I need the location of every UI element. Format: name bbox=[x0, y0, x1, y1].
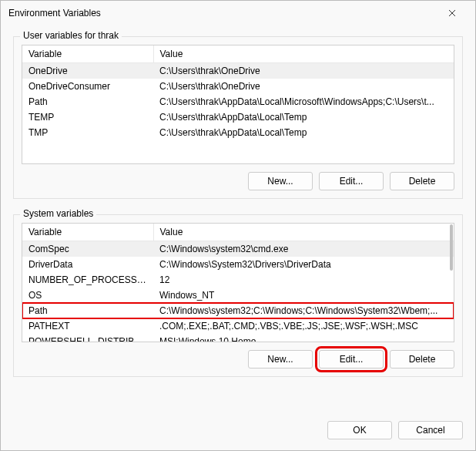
cell-value: Windows_NT bbox=[153, 288, 454, 303]
table-row[interactable]: ComSpec C:\Windows\system32\cmd.exe bbox=[22, 241, 454, 257]
cell-variable: PATHEXT bbox=[22, 318, 153, 334]
cell-variable: Path bbox=[22, 303, 153, 318]
system-button-row: New... Edit... Delete bbox=[22, 350, 454, 369]
dialog-footer: OK Cancel bbox=[1, 413, 475, 450]
titlebar: Environment Variables bbox=[1, 1, 475, 25]
close-icon[interactable] bbox=[437, 2, 468, 24]
table-header-row: Variable Value bbox=[22, 45, 454, 63]
cell-value: .COM;.EXE;.BAT;.CMD;.VBS;.VBE;.JS;.JSE;.… bbox=[153, 318, 454, 334]
cell-value: C:\Windows\system32\cmd.exe bbox=[153, 241, 454, 257]
scrollbar-thumb[interactable] bbox=[450, 224, 453, 271]
table-row[interactable]: TMP C:\Users\thrak\AppData\Local\Temp bbox=[22, 125, 454, 140]
cell-variable: DriverData bbox=[22, 257, 153, 272]
table-row[interactable]: Path C:\Windows\system32;C:\Windows;C:\W… bbox=[22, 303, 454, 318]
window-title: Environment Variables bbox=[8, 8, 437, 19]
table-row[interactable]: OneDriveConsumer C:\Users\thrak\OneDrive bbox=[22, 79, 454, 94]
cell-value: C:\Windows\system32;C:\Windows;C:\Window… bbox=[153, 303, 454, 318]
cell-value: C:\Users\thrak\OneDrive bbox=[153, 79, 454, 94]
col-variable[interactable]: Variable bbox=[22, 224, 153, 241]
user-variables-group: User variables for thrak Variable Value … bbox=[13, 36, 463, 199]
col-variable[interactable]: Variable bbox=[22, 45, 153, 63]
cell-value: C:\Users\thrak\AppData\Local\Microsoft\W… bbox=[153, 94, 454, 109]
table-header-row: Variable Value bbox=[22, 224, 454, 241]
cell-value: C:\Windows\System32\Drivers\DriverData bbox=[153, 257, 454, 272]
edit-button[interactable]: Edit... bbox=[319, 172, 384, 190]
cell-variable: OneDriveConsumer bbox=[22, 79, 153, 94]
cell-variable: Path bbox=[22, 94, 153, 109]
cell-variable: OneDrive bbox=[22, 63, 153, 79]
cell-variable: NUMBER_OF_PROCESSORS bbox=[22, 272, 153, 288]
dialog-content: User variables for thrak Variable Value … bbox=[1, 25, 475, 413]
cell-variable: OS bbox=[22, 288, 153, 303]
env-vars-dialog: Environment Variables User variables for… bbox=[0, 0, 476, 451]
system-table-wrap: Variable Value ComSpec C:\Windows\system… bbox=[22, 223, 454, 342]
edit-button[interactable]: Edit... bbox=[319, 350, 384, 369]
user-group-label: User variables for thrak bbox=[20, 30, 122, 41]
new-button[interactable]: New... bbox=[248, 172, 313, 190]
table-row[interactable]: TEMP C:\Users\thrak\AppData\Local\Temp bbox=[22, 109, 454, 125]
user-table-wrap: Variable Value OneDrive C:\Users\thrak\O… bbox=[22, 45, 454, 164]
table-row[interactable]: OS Windows_NT bbox=[22, 288, 454, 303]
user-variables-table[interactable]: Variable Value OneDrive C:\Users\thrak\O… bbox=[22, 45, 454, 140]
table-row[interactable]: OneDrive C:\Users\thrak\OneDrive bbox=[22, 63, 454, 79]
new-button[interactable]: New... bbox=[248, 350, 313, 369]
cell-variable: POWERSHELL_DISTRIBUTIO... bbox=[22, 334, 153, 342]
cell-value: MSI:Windows 10 Home bbox=[153, 334, 454, 342]
delete-button[interactable]: Delete bbox=[390, 172, 454, 190]
delete-button[interactable]: Delete bbox=[390, 350, 454, 369]
cell-value: C:\Users\thrak\OneDrive bbox=[153, 63, 454, 79]
cell-variable: TMP bbox=[22, 125, 153, 140]
system-variables-table[interactable]: Variable Value ComSpec C:\Windows\system… bbox=[22, 224, 454, 342]
cell-value: C:\Users\thrak\AppData\Local\Temp bbox=[153, 109, 454, 125]
user-button-row: New... Edit... Delete bbox=[22, 172, 454, 190]
ok-button[interactable]: OK bbox=[327, 421, 392, 439]
table-row[interactable]: PATHEXT .COM;.EXE;.BAT;.CMD;.VBS;.VBE;.J… bbox=[22, 318, 454, 334]
cell-variable: ComSpec bbox=[22, 241, 153, 257]
cell-variable: TEMP bbox=[22, 109, 153, 125]
cell-value: C:\Users\thrak\AppData\Local\Temp bbox=[153, 125, 454, 140]
col-value[interactable]: Value bbox=[153, 224, 454, 241]
table-row[interactable]: Path C:\Users\thrak\AppData\Local\Micros… bbox=[22, 94, 454, 109]
cell-value: 12 bbox=[153, 272, 454, 288]
system-variables-group: System variables Variable Value ComSpec bbox=[13, 214, 463, 377]
col-value[interactable]: Value bbox=[153, 45, 454, 63]
cancel-button[interactable]: Cancel bbox=[398, 421, 463, 439]
table-row[interactable]: NUMBER_OF_PROCESSORS 12 bbox=[22, 272, 454, 288]
table-row[interactable]: DriverData C:\Windows\System32\Drivers\D… bbox=[22, 257, 454, 272]
system-group-label: System variables bbox=[20, 208, 96, 219]
table-row[interactable]: POWERSHELL_DISTRIBUTIO... MSI:Windows 10… bbox=[22, 334, 454, 342]
